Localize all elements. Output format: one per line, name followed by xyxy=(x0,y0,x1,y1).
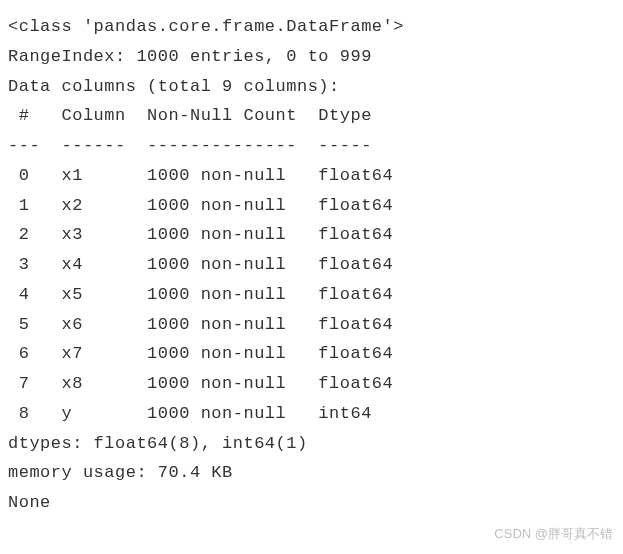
table-row: 8 y 1000 non-null int64 xyxy=(8,399,615,429)
table-row: 6 x7 1000 non-null float64 xyxy=(8,339,615,369)
table-row: 1 x2 1000 non-null float64 xyxy=(8,191,615,221)
table-row: 4 x5 1000 non-null float64 xyxy=(8,280,615,310)
dtypes-summary: dtypes: float64(8), int64(1) xyxy=(8,429,615,459)
column-header-row: # Column Non-Null Count Dtype xyxy=(8,101,615,131)
table-row: 3 x4 1000 non-null float64 xyxy=(8,250,615,280)
memory-usage: memory usage: 70.4 KB xyxy=(8,458,615,488)
table-row: 7 x8 1000 non-null float64 xyxy=(8,369,615,399)
dataframe-class-line: <class 'pandas.core.frame.DataFrame'> xyxy=(8,12,615,42)
none-output: None xyxy=(8,488,615,518)
table-row: 0 x1 1000 non-null float64 xyxy=(8,161,615,191)
table-row: 2 x3 1000 non-null float64 xyxy=(8,220,615,250)
range-index-line: RangeIndex: 1000 entries, 0 to 999 xyxy=(8,42,615,72)
divider-row: --- ------ -------------- ----- xyxy=(8,131,615,161)
data-columns-intro: Data columns (total 9 columns): xyxy=(8,72,615,102)
table-row: 5 x6 1000 non-null float64 xyxy=(8,310,615,340)
watermark-text: CSDN @胖哥真不错 xyxy=(494,523,613,546)
